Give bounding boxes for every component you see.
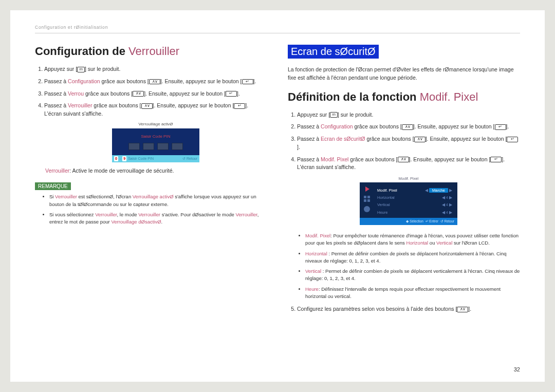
- text: ou: [428, 240, 436, 246]
- text: sur l'Øcran LCD.: [452, 240, 490, 246]
- caption-text: : Active le mode de verrouillage de sécu…: [69, 167, 174, 174]
- foot-sel: Sélection: [410, 219, 423, 223]
- pin-title: Verrouillage activØ: [112, 121, 199, 127]
- text: ]. Ensuite, appuyez sur le bouton [: [409, 156, 491, 162]
- text: ].: [506, 123, 509, 129]
- enter-icon: ↵: [234, 103, 245, 109]
- text: : Permet de définir combien de pixels se…: [305, 268, 520, 281]
- text: ] sur le produit.: [85, 66, 120, 72]
- grid-icon: [364, 196, 370, 202]
- text: grâce aux boutons [: [92, 102, 141, 108]
- updown-icon: ∧∨: [133, 91, 144, 97]
- pin-box: [172, 143, 183, 150]
- text: Appuyez sur [: [44, 66, 77, 72]
- text: Passez à: [297, 136, 321, 142]
- enter-icon: ↵: [490, 157, 502, 162]
- kw-modif-pixel: Modif. Pixel: [321, 156, 348, 162]
- mp-title: Modif. Pixel: [360, 176, 457, 181]
- kw: Verrouillage activØ: [133, 194, 174, 199]
- updown-icon: ∧∨: [141, 103, 153, 109]
- step-2: Passez à Configuration grâce aux boutons…: [44, 78, 267, 86]
- updown-icon: ∧∨: [457, 307, 468, 312]
- text: Si vous sélectionnez: [49, 212, 95, 217]
- kw-configuration: Configuration: [321, 123, 353, 129]
- text: Configurez les paramètres selon vos beso…: [297, 306, 457, 312]
- remarks-list: Si Verrouiller est sØlectionnØ, l'Øcran …: [35, 193, 267, 226]
- text: ].: [253, 78, 256, 84]
- text: grâce aux boutons [: [84, 90, 133, 97]
- updown-icon: ∧∨: [398, 157, 409, 162]
- kw: Vertical: [305, 268, 321, 274]
- heading-accent: Verrouiller: [128, 45, 179, 58]
- kw: Verrouiller: [95, 212, 117, 217]
- pixel-steps-cont: Configurez les paramètres selon vos beso…: [288, 305, 520, 313]
- text: : Permet de définir combien de pixels se…: [305, 251, 507, 264]
- kw-security-screen: Ecran de sØcuritØ: [321, 136, 365, 142]
- heading-security-screen: Ecran de sØcuritØ: [288, 45, 379, 59]
- kw: Horizontal: [406, 240, 428, 246]
- text: Si: [49, 194, 55, 199]
- pin-box: [143, 143, 154, 150]
- bullet-modif-pixel: Modif. Pixel: Pour empêcher toute rémane…: [305, 232, 520, 247]
- remark-badge: REMARQUE: [35, 182, 71, 190]
- text: ]. Ensuite, appuyez sur le bouton [: [153, 102, 234, 108]
- menu-icon: m: [77, 67, 85, 72]
- step-4: Passez à Modif. Pixel grâce aux boutons …: [297, 156, 520, 226]
- foot-ent: Entrer: [429, 219, 438, 223]
- return-label: Retour: [187, 157, 197, 160]
- step-5: Configurez les paramètres selon vos beso…: [297, 305, 520, 313]
- text: Passez à: [297, 156, 321, 162]
- mp-row-horizontal: Horizontal ◀4▶: [377, 194, 453, 201]
- page-number: 32: [514, 366, 520, 372]
- pin-footer: 0-9 Saisir Code PIN ↺ Retour: [112, 155, 199, 163]
- pin-label: Saisir Code PIN: [116, 134, 195, 140]
- step-1: Appuyez sur [m] sur le produit.: [44, 65, 267, 73]
- kw: Verrouiller: [236, 212, 257, 217]
- num-9: 9: [122, 156, 126, 162]
- h2-accent: Modif. Pixel: [420, 90, 478, 103]
- updown-icon: ∧∨: [402, 124, 413, 130]
- kw: Verrouiller: [138, 212, 160, 217]
- text: ].: [237, 90, 240, 97]
- enter-icon: ↵: [495, 124, 506, 130]
- enter-icon: ↵: [226, 91, 237, 97]
- row-name: Heure: [377, 210, 387, 215]
- text: ]. Ensuite, appuyez sur le bouton [: [425, 136, 507, 142]
- text: grâce aux boutons [: [348, 156, 397, 162]
- text: , le mode: [117, 212, 139, 217]
- mp-row-vertical: Vertical ◀4▶: [377, 201, 453, 209]
- row-name: Horizontal: [377, 195, 395, 200]
- text: ]. Ensuite, appuyez sur le bouton [: [160, 78, 242, 84]
- document-page: Configuration et rØinitialisation Config…: [10, 10, 545, 382]
- intro-text: La fonction de protection de l'Øcran per…: [288, 66, 520, 82]
- text: ].: [297, 144, 300, 150]
- pixel-steps: Appuyez sur [m] sur le produit. Passez à…: [288, 111, 520, 226]
- pin-footer-label: Saisir Code PIN: [128, 156, 154, 162]
- heading-pixel-shift: Définition de la fonction Modif. Pixel: [288, 90, 520, 104]
- modif-pixel-screenshot: Modif. Pixel Modif. Pixel ◀Marche▶: [360, 176, 457, 225]
- kw: Verrouiller: [55, 194, 77, 199]
- heading-lock-config: Configuration de Verrouiller: [35, 45, 267, 58]
- text: ]. Ensuite, appuyez sur le bouton [: [413, 123, 495, 129]
- step-1: Appuyez sur [m] sur le produit.: [297, 111, 520, 119]
- step-2: Passez à Configuration grâce aux boutons…: [297, 123, 520, 131]
- updown-icon: ∧∨: [149, 79, 160, 85]
- pin-box: [157, 143, 169, 150]
- mp-row-modif-pixel: Modif. Pixel ◀Marche▶: [377, 186, 453, 194]
- text: Passez à: [44, 78, 68, 84]
- kw-verrouiller: Verrouiller: [68, 102, 92, 108]
- two-column-layout: Configuration de Verrouiller Appuyez sur…: [35, 45, 520, 318]
- updown-icon: ∧∨: [414, 137, 425, 142]
- h2-main: Définition de la fonction: [288, 90, 420, 103]
- kw: Heure: [305, 286, 319, 292]
- text: ]. Ensuite, appuyez sur le bouton [: [144, 90, 226, 97]
- kw-configuration: Configuration: [68, 78, 100, 84]
- pin-screenshot: Verrouillage activØ Saisir Code PIN: [112, 121, 199, 163]
- mp-footer: ◆ Sélection ↵ Entrer ↺ Retour: [360, 218, 457, 225]
- play-icon: [365, 186, 369, 192]
- mp-body: Modif. Pixel ◀Marche▶ Horizontal ◀4▶ Ver…: [360, 182, 457, 218]
- text: est sØlectionnØ, l'Øcran: [77, 194, 133, 199]
- right-column: Ecran de sØcuritØ La fonction de protect…: [288, 45, 520, 318]
- text: ] sur le produit.: [338, 111, 373, 118]
- enter-icon: ↵: [242, 79, 253, 85]
